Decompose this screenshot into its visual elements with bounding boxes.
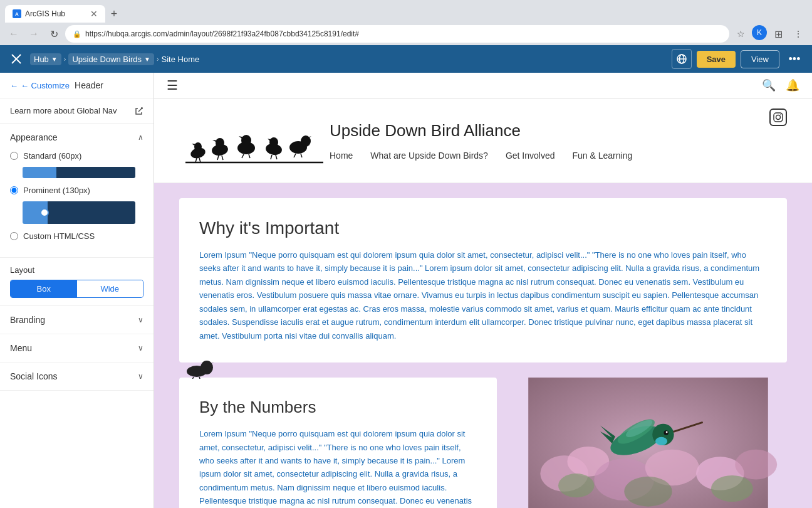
menu-section: Menu ∨ bbox=[0, 334, 154, 362]
breadcrumb-separator-1: › bbox=[64, 55, 66, 63]
forward-button[interactable]: → bbox=[25, 25, 43, 43]
breadcrumb: Hub ▼ › Upside Down Birds ▼ › Site Home bbox=[30, 53, 199, 65]
standard-size-bar bbox=[23, 167, 135, 178]
layout-box-button[interactable]: Box bbox=[11, 280, 77, 297]
menu-chevron-icon: ∨ bbox=[138, 344, 143, 352]
extensions-button[interactable]: ⊞ bbox=[769, 25, 787, 43]
more-options-button[interactable]: ••• bbox=[784, 49, 804, 69]
reload-button[interactable]: ↻ bbox=[45, 25, 63, 43]
appearance-content: Standard (60px) Prominent (130px) bbox=[0, 151, 154, 257]
layout-wide-button[interactable]: Wide bbox=[77, 280, 143, 297]
standard-radio[interactable] bbox=[10, 152, 18, 160]
nav-home[interactable]: Home bbox=[330, 151, 353, 161]
main-layout: ← ← Customize Header Learn more about Gl… bbox=[0, 73, 812, 508]
site-logo bbox=[179, 106, 330, 175]
standard-radio-option[interactable]: Standard (60px) bbox=[10, 151, 143, 161]
menu-section-header[interactable]: Menu ∨ bbox=[0, 334, 154, 362]
svg-point-56 bbox=[655, 437, 667, 445]
tab-close-button[interactable]: ✕ bbox=[90, 9, 98, 19]
back-button[interactable]: ← bbox=[5, 25, 23, 43]
left-panel: ← ← Customize Header Learn more about Gl… bbox=[0, 73, 154, 508]
hub-label: Hub bbox=[34, 55, 49, 64]
page-breadcrumb[interactable]: Site Home bbox=[162, 55, 200, 64]
layout-toggle: Box Wide bbox=[10, 280, 143, 298]
svg-line-30 bbox=[301, 154, 302, 157]
back-arrow-icon: ← bbox=[10, 81, 18, 90]
site-title: Upside Down Bird Alliance bbox=[330, 121, 787, 140]
browser-tab[interactable]: A ArcGIS Hub ✕ bbox=[5, 5, 105, 23]
panel-header: ← ← Customize Header bbox=[0, 73, 154, 98]
social-icons-container bbox=[769, 108, 787, 126]
breadcrumb-separator-2: › bbox=[157, 55, 159, 63]
small-bird-svg bbox=[184, 360, 222, 379]
lock-icon: 🔒 bbox=[73, 30, 81, 38]
site-topbar: ☰ 🔍 🔔 bbox=[154, 73, 812, 98]
numbers-title: By the Numbers bbox=[199, 398, 477, 417]
branding-section: Branding ∨ bbox=[0, 306, 154, 334]
birds-logo-svg bbox=[179, 106, 330, 175]
svg-line-20 bbox=[249, 154, 250, 158]
branding-chevron-icon: ∨ bbox=[138, 315, 143, 324]
site-breadcrumb[interactable]: Upside Down Birds ▼ bbox=[68, 53, 154, 65]
app-toolbar: Hub ▼ › Upside Down Birds ▼ › Site Home … bbox=[0, 45, 812, 73]
profile-button[interactable]: K bbox=[752, 25, 767, 40]
decorative-bird bbox=[184, 360, 222, 381]
nav-learning[interactable]: Fun & Learning bbox=[573, 151, 633, 161]
svg-line-38 bbox=[199, 377, 200, 379]
hummingbird-svg bbox=[509, 378, 787, 508]
menu-button[interactable]: ⋮ bbox=[789, 25, 807, 43]
social-icons-section-header[interactable]: Social Icons ∨ bbox=[0, 362, 154, 390]
numbers-section: By the Numbers Lorem Ipsum "Neque porro … bbox=[179, 378, 787, 508]
nav-involved[interactable]: Get Involved bbox=[506, 151, 555, 161]
back-to-customize-button[interactable]: ← ← Customize bbox=[10, 81, 70, 90]
search-icon[interactable]: 🔍 bbox=[762, 78, 776, 92]
learn-more-text: Learn more about Global Nav bbox=[10, 106, 117, 115]
appearance-chevron-icon: ∧ bbox=[138, 133, 143, 142]
page-label: Site Home bbox=[162, 55, 200, 64]
standard-bar-container bbox=[23, 167, 143, 178]
site-title-nav: Upside Down Bird Alliance Home What are … bbox=[330, 121, 787, 161]
bookmark-button[interactable]: ☆ bbox=[732, 25, 749, 43]
learn-more-section[interactable]: Learn more about Global Nav bbox=[0, 98, 154, 124]
custom-html-label: Custom HTML/CSS bbox=[23, 231, 95, 241]
site-chevron-icon: ▼ bbox=[144, 56, 150, 63]
hub-chevron-icon: ▼ bbox=[51, 56, 58, 63]
svg-point-45 bbox=[735, 450, 777, 480]
instagram-icon[interactable] bbox=[769, 108, 787, 126]
hamburger-icon[interactable]: ☰ bbox=[167, 78, 178, 93]
site-content-area: Why it's Important Lorem Ipsum "Neque po… bbox=[154, 198, 812, 508]
new-tab-button[interactable]: + bbox=[105, 5, 123, 23]
svg-line-37 bbox=[192, 377, 194, 379]
svg-rect-31 bbox=[774, 113, 783, 122]
svg-point-33 bbox=[780, 114, 781, 115]
custom-html-radio[interactable] bbox=[10, 232, 18, 240]
layout-label: Layout bbox=[10, 265, 143, 275]
svg-point-32 bbox=[776, 115, 781, 120]
svg-point-46 bbox=[558, 474, 594, 497]
why-important-title: Why it's Important bbox=[199, 218, 767, 238]
prominent-size-bar bbox=[23, 201, 135, 224]
site-label: Upside Down Birds bbox=[72, 55, 142, 64]
why-important-text: Lorem Ipsum "Neque porro quisquam est qu… bbox=[199, 248, 767, 342]
numbers-text: Lorem Ipsum "Neque porro quisquam est qu… bbox=[199, 427, 477, 508]
globe-button[interactable] bbox=[672, 49, 692, 69]
social-icons-section: Social Icons ∨ bbox=[0, 362, 154, 391]
notification-icon[interactable]: 🔔 bbox=[786, 78, 799, 92]
hub-breadcrumb[interactable]: Hub ▼ bbox=[30, 53, 61, 65]
svg-line-29 bbox=[294, 154, 296, 157]
nav-what[interactable]: What are Upside Down Birds? bbox=[370, 151, 488, 161]
menu-label: Menu bbox=[10, 343, 32, 353]
custom-html-radio-option[interactable]: Custom HTML/CSS bbox=[10, 231, 143, 241]
prominent-label: Prominent (130px) bbox=[23, 186, 90, 195]
branding-section-header[interactable]: Branding ∨ bbox=[0, 306, 154, 334]
customize-label: ← Customize bbox=[21, 81, 70, 90]
prominent-radio-option[interactable]: Prominent (130px) bbox=[10, 186, 143, 195]
save-button[interactable]: Save bbox=[697, 51, 736, 68]
appearance-section-header[interactable]: Appearance ∧ bbox=[0, 124, 154, 151]
prominent-radio[interactable] bbox=[10, 186, 18, 194]
numbers-text-block: By the Numbers Lorem Ipsum "Neque porro … bbox=[179, 378, 497, 508]
view-button[interactable]: View bbox=[741, 50, 779, 68]
close-button[interactable] bbox=[8, 50, 25, 68]
address-bar[interactable]: 🔒 https://hubqa.arcgis.com/admin/layout/… bbox=[65, 25, 729, 43]
external-link-icon bbox=[135, 107, 143, 115]
